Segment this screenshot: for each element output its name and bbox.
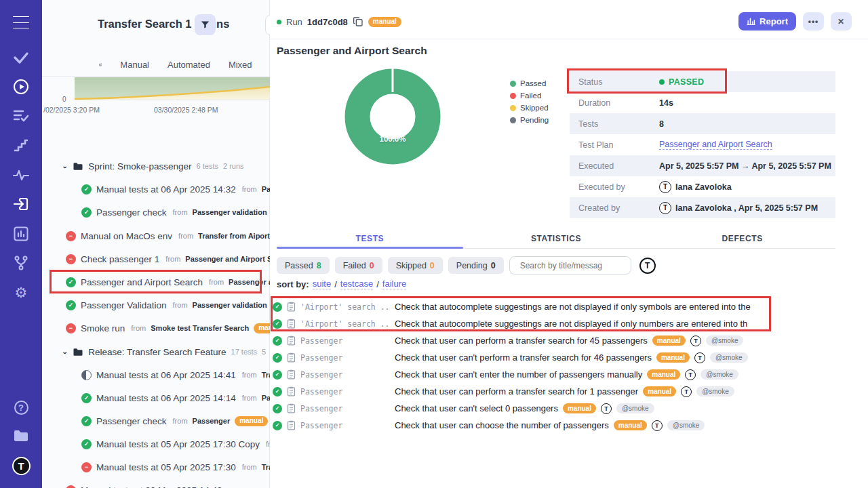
- run-item[interactable]: − Manual on MacOs env from Transfer from…: [66, 228, 270, 244]
- steps-icon[interactable]: [0, 138, 42, 153]
- sort-by-failure[interactable]: failure: [382, 279, 406, 289]
- from-label: from: [242, 463, 257, 471]
- run-source: Pass: [262, 394, 270, 402]
- tree-folder[interactable]: ⌄ Release: Transfer Search Feature 17 te…: [62, 344, 270, 360]
- help-icon[interactable]: ?: [0, 400, 42, 415]
- sort-by-testcase[interactable]: testcase: [340, 279, 373, 289]
- sign-in-icon[interactable]: [0, 196, 42, 212]
- test-row[interactable]: ✓ Passenger Check that user can't perfor…: [273, 349, 867, 366]
- close-run-button[interactable]: ✕: [831, 12, 852, 30]
- manual-badge: manual: [563, 403, 596, 413]
- page-title: Passenger and Airport Search: [277, 45, 427, 57]
- run-item[interactable]: ✓ Passenger Validation from Passenger va…: [66, 297, 270, 313]
- detail-row-executed: Executed Apr 5, 2025 5:57 PM → Apr 5, 20…: [570, 155, 835, 176]
- tree-folder[interactable]: ⌄ Sprint: Smoke-passenger 6 tests 2 runs: [62, 158, 270, 174]
- copy-icon[interactable]: [353, 16, 363, 27]
- filter-button[interactable]: [195, 14, 216, 35]
- test-title[interactable]: Check that user can perform a transfer s…: [395, 336, 648, 346]
- run-item[interactable]: ✓ Passenger check from Passenger validat…: [81, 204, 270, 220]
- testcase-icon: [287, 403, 296, 413]
- manual-badge: manual: [656, 352, 690, 363]
- run-item-selected[interactable]: ✓ Passenger and Airport Search from Pass…: [66, 274, 270, 290]
- run-item[interactable]: ✓ Manual tests at 06 Apr 2025 14:14 from…: [81, 390, 270, 406]
- run-item[interactable]: − Manual tests at 30 Mar 2025 14:43: [66, 482, 270, 488]
- status-passed-icon: ✓: [81, 207, 92, 218]
- test-plan-link[interactable]: Passenger and Airport Search: [659, 140, 772, 150]
- play-circle-icon[interactable]: [0, 79, 42, 95]
- settings-gear-icon[interactable]: ⚙: [0, 284, 42, 300]
- tests-search-input[interactable]: [520, 261, 625, 270]
- run-item[interactable]: ✓ Manual tests at 06 Apr 2025 14:32 from…: [81, 181, 270, 197]
- tab-mixed[interactable]: Mixed: [229, 60, 252, 70]
- avatar: T: [601, 403, 612, 414]
- test-title[interactable]: Check that user can choose the number of…: [395, 420, 609, 430]
- test-row[interactable]: ✓ Passenger Check that user can't select…: [273, 400, 867, 417]
- status-value: PASSED: [669, 77, 704, 87]
- run-item[interactable]: − Manual tests at 05 Apr 2025 17:30 from…: [81, 459, 270, 475]
- test-row[interactable]: ✓ 'Airport' search ... Check that autoco…: [273, 298, 867, 315]
- test-title[interactable]: Check that user can't select 0 passenger…: [395, 403, 558, 413]
- avatar: T: [659, 202, 671, 214]
- tab-manual[interactable]: Manual: [120, 60, 149, 70]
- bar-chart-icon[interactable]: [0, 226, 42, 242]
- ai-logo-button[interactable]: T: [639, 258, 656, 274]
- list-check-icon[interactable]: [0, 108, 42, 123]
- report-button[interactable]: Report: [738, 12, 796, 30]
- menu-icon[interactable]: [0, 14, 42, 31]
- filter-pending-chip[interactable]: Pending 0: [448, 257, 504, 274]
- folder-name: Sprint: Smoke-passenger: [88, 161, 191, 171]
- test-row[interactable]: ✓ 'Airport' search ... Check that autoco…: [273, 315, 867, 332]
- status-passed-icon: ✓: [66, 300, 76, 310]
- run-id: 1dd7c0d8: [307, 17, 348, 27]
- filter-failed-chip[interactable]: Failed 0: [335, 257, 382, 274]
- detail-row-test-plan: Test Plan Passenger and Airport Search: [570, 134, 835, 155]
- test-row[interactable]: ✓ Passenger Check that user can perform …: [273, 332, 867, 349]
- from-label: from: [209, 278, 224, 286]
- run-label: Manual tests at 05 Apr 2025 17:30 Copy: [96, 439, 260, 449]
- more-button[interactable]: •••: [803, 12, 824, 30]
- status-passed-icon: ✓: [66, 277, 76, 287]
- executed-by-value: Iana Zavoloka: [675, 182, 732, 192]
- smoke-tag[interactable]: @smoke: [667, 420, 705, 430]
- run-label: Manual on MacOs env: [81, 231, 172, 241]
- run-item[interactable]: ✓ Manual tests at 05 Apr 2025 17:30 Copy…: [81, 436, 270, 452]
- test-row[interactable]: ✓ Passenger Check that user can't enter …: [273, 366, 867, 383]
- folder-icon[interactable]: [0, 428, 42, 443]
- from-label: from: [242, 371, 257, 379]
- smoke-tag[interactable]: @smoke: [710, 352, 748, 363]
- test-title[interactable]: Check that autocomplete suggestings are …: [395, 302, 751, 312]
- run-item[interactable]: − Smoke run from Smoke test Transfer Sea…: [66, 320, 270, 336]
- tab-automated[interactable]: Automated: [167, 60, 210, 70]
- breadcrumb-project[interactable]: Transfer Search 1: [98, 18, 192, 30]
- check-icon[interactable]: [0, 50, 42, 65]
- tab-statistics[interactable]: STATISTICS: [463, 234, 650, 249]
- tab-defects[interactable]: DEFECTS: [649, 234, 835, 249]
- branch-icon[interactable]: [0, 255, 42, 271]
- chevron-down-icon[interactable]: ⌄: [62, 348, 68, 355]
- smoke-tag[interactable]: @smoke: [696, 386, 734, 396]
- smoke-tag[interactable]: @smoke: [701, 369, 738, 380]
- test-title[interactable]: Check that user can't perform a transfer…: [395, 352, 652, 363]
- test-title[interactable]: Check that autocomplete suggestings are …: [395, 319, 747, 329]
- test-row[interactable]: ✓ Passenger Check that user can choose t…: [273, 417, 867, 434]
- smoke-tag[interactable]: @smoke: [706, 336, 744, 346]
- activity-icon[interactable]: [0, 167, 42, 182]
- chevron-down-icon[interactable]: ⌄: [62, 163, 68, 169]
- filter-passed-chip[interactable]: Passed 8: [277, 257, 330, 274]
- tests-search-box[interactable]: [509, 256, 631, 274]
- sort-by-suite[interactable]: suite: [313, 279, 331, 289]
- smoke-tag[interactable]: @smoke: [616, 403, 654, 413]
- testcase-icon: [287, 369, 296, 380]
- run-item[interactable]: − Check passenger 1 from Passenger and A…: [66, 251, 270, 267]
- run-source: Passenger and: [229, 278, 270, 286]
- test-row[interactable]: ✓ Passenger Check that user can perform …: [273, 383, 867, 400]
- run-item[interactable]: Manual tests at 06 Apr 2025 14:41 from T…: [81, 367, 270, 383]
- detail-row-created-by: Created by T Iana Zavoloka , Apr 5, 2025…: [570, 197, 835, 218]
- test-title[interactable]: Check that user can't enter the number o…: [395, 369, 642, 380]
- run-item[interactable]: ✓ Passenger check from Passenger manual …: [81, 413, 270, 429]
- testomat-logo-icon[interactable]: T: [0, 456, 42, 475]
- status-failed-icon: −: [66, 323, 76, 333]
- test-title[interactable]: Check that user can perform a transfer s…: [395, 386, 638, 396]
- select-all-icon[interactable]: [99, 59, 102, 70]
- filter-skipped-chip[interactable]: Skipped 0: [388, 257, 443, 274]
